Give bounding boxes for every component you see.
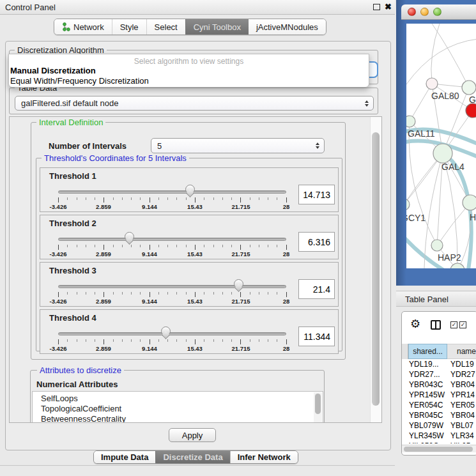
tab-label: Style — [120, 22, 139, 32]
table-row[interactable]: YLR345W YLR34 — [402, 431, 476, 441]
tick-marks — [58, 292, 287, 298]
network-canvas[interactable]: GAL80 GA GAL11 GAL4 GCY1 H HAP2 — [406, 24, 476, 268]
cell: YBR04 — [450, 380, 476, 390]
close-icon[interactable]: ✖ — [385, 2, 392, 12]
table-row[interactable]: YBR045C YBR04 — [402, 410, 476, 420]
table-data-combobox[interactable]: galFiltered.sif default node — [15, 96, 374, 111]
list-item[interactable]: TopologicalCoefficient — [33, 404, 323, 414]
table-row[interactable]: YDL19... YDL19 — [402, 359, 476, 369]
float-window-icon[interactable] — [373, 4, 380, 10]
checkbox-icon[interactable]: ✓ — [450, 321, 457, 328]
cell: YLR345W — [409, 431, 447, 441]
cell: YER05 — [450, 400, 476, 410]
scale-label: 15.43 — [187, 298, 203, 305]
node-red-selected[interactable] — [466, 104, 476, 118]
cell: YER054C — [409, 400, 447, 410]
threshold-1-slider-thumb[interactable] — [185, 185, 195, 194]
cell: YPR145W — [409, 390, 447, 400]
node-right[interactable] — [463, 195, 476, 210]
cell: YDR27... — [409, 369, 447, 380]
table-panel-box: ⚙ ✓ ✓ shared... name YDL19... YDL19 YDR2… — [401, 311, 476, 456]
node-gal11[interactable] — [406, 116, 415, 127]
threshold-3-slider-thumb[interactable] — [234, 279, 243, 289]
threshold-2-panel: Threshold 2 -3.426 2.859 9.144 15.43 21.… — [40, 215, 339, 259]
list-scrollbar[interactable] — [314, 392, 322, 423]
gear-icon[interactable]: ⚙ — [410, 318, 420, 330]
node-top-right[interactable] — [462, 81, 476, 95]
list-item[interactable]: BetweennessCentrality — [33, 414, 323, 423]
cell: YDR27 — [450, 369, 476, 380]
split-columns-icon[interactable] — [431, 320, 441, 330]
threshold-1-value-field[interactable] — [298, 185, 335, 204]
threshold-3-slider-track[interactable] — [58, 285, 286, 288]
node-gcy1[interactable] — [406, 199, 410, 210]
table-row[interactable]: YIL052C YIL05 — [402, 441, 476, 443]
zoom-traffic-light-icon[interactable] — [433, 8, 441, 16]
node-label: GAL4 — [441, 162, 464, 172]
threshold-2-value-field[interactable] — [298, 232, 335, 252]
threshold-1-slider-track[interactable] — [58, 190, 286, 194]
node-label: H — [470, 212, 476, 222]
list-item[interactable]: SelfLoops — [33, 392, 323, 404]
table-row[interactable]: YPR145W YPR14 — [402, 390, 476, 400]
threshold-4-value-field[interactable] — [298, 326, 335, 346]
threshold-1-label: Threshold 1 — [49, 171, 96, 181]
tab-network[interactable]: Network — [54, 19, 112, 35]
attributes-group-title: Attributes to discretize — [37, 365, 124, 375]
control-panel-window: Control Panel ✖ Network Style Select — [0, 0, 395, 466]
threshold-2-slider-track[interactable] — [58, 238, 286, 241]
tick-marks — [58, 245, 287, 250]
list-scrollbar-thumb[interactable] — [315, 394, 321, 414]
table-row[interactable]: YER054C YER05 — [402, 400, 476, 410]
tab-select[interactable]: Select — [146, 19, 185, 35]
horizontal-scrollbar[interactable] — [402, 445, 476, 452]
tab-label: Network — [73, 22, 104, 32]
number-of-intervals-value: 5 — [157, 141, 162, 151]
scale-label: -3.426 — [50, 203, 67, 210]
minimize-traffic-light-icon[interactable] — [420, 8, 429, 16]
tab-impute-data[interactable]: Impute Data — [94, 451, 155, 463]
table-row[interactable]: YDR27... YDR27 — [402, 369, 476, 380]
node-gal4[interactable] — [433, 144, 452, 163]
column-header-shared-name[interactable]: shared... — [408, 344, 447, 359]
apply-button[interactable]: Apply — [169, 428, 216, 442]
threshold-4-panel: Threshold 4 -3.426 2.859 9.144 15.43 21.… — [40, 309, 339, 354]
cell: YPR14 — [450, 390, 476, 400]
table-row[interactable]: YBR043C YBR04 — [402, 380, 476, 390]
algorithm-option-manual[interactable]: Manual Discretization — [9, 66, 369, 76]
node-gal80[interactable] — [426, 78, 438, 89]
tab-jactivemnodules[interactable]: jActiveMNodules — [249, 19, 326, 35]
algorithm-option-equal-width[interactable]: Equal Width/Frequency Discretization — [9, 76, 369, 86]
number-of-intervals-combobox[interactable]: 5 — [151, 138, 325, 153]
threshold-3-panel: Threshold 3 -3.426 2.859 9.144 15.43 21.… — [40, 262, 339, 307]
interval-definition-title: Interval Definition — [36, 118, 105, 127]
node-hap2[interactable] — [431, 240, 443, 251]
scale-label: 21.715 — [231, 298, 250, 305]
tab-infer-network[interactable]: Infer Network — [230, 451, 298, 463]
network-window-titlebar — [401, 4, 476, 20]
threshold-2-slider-thumb[interactable] — [125, 232, 134, 242]
numerical-attributes-label: Numerical Attributes — [36, 380, 118, 389]
checkbox-icon[interactable]: ✓ — [459, 321, 466, 328]
tab-cyni-toolbox[interactable]: Cyni Toolbox — [185, 19, 249, 35]
scale-label: 2.859 — [96, 250, 111, 257]
table-row[interactable]: YBL079W YBL07 — [402, 420, 476, 431]
stepper-arrows-icon — [365, 100, 369, 107]
threshold-4-slider-track[interactable] — [58, 332, 286, 335]
threshold-3-value-field[interactable] — [298, 279, 335, 299]
tick-marks — [58, 197, 287, 203]
panel-scrollbar[interactable] — [370, 117, 381, 422]
scale-label: 28 — [283, 203, 290, 210]
tab-style[interactable]: Style — [112, 19, 146, 35]
node-label: GA — [469, 95, 476, 105]
tab-discretize-data[interactable]: Discretize Data — [155, 451, 229, 463]
close-traffic-light-icon[interactable] — [408, 8, 416, 16]
panel-scrollbar-thumb[interactable] — [372, 132, 380, 406]
threshold-4-slider-thumb[interactable] — [161, 326, 171, 336]
network-icon — [62, 22, 70, 31]
column-header-name[interactable]: name — [447, 344, 476, 359]
tab-label: Select — [155, 22, 178, 32]
cell: YBL07 — [450, 420, 476, 431]
slider-scale: -3.426 2.859 9.144 15.43 21.715 28 — [40, 345, 338, 353]
horizontal-scrollbar-thumb[interactable] — [404, 447, 473, 452]
